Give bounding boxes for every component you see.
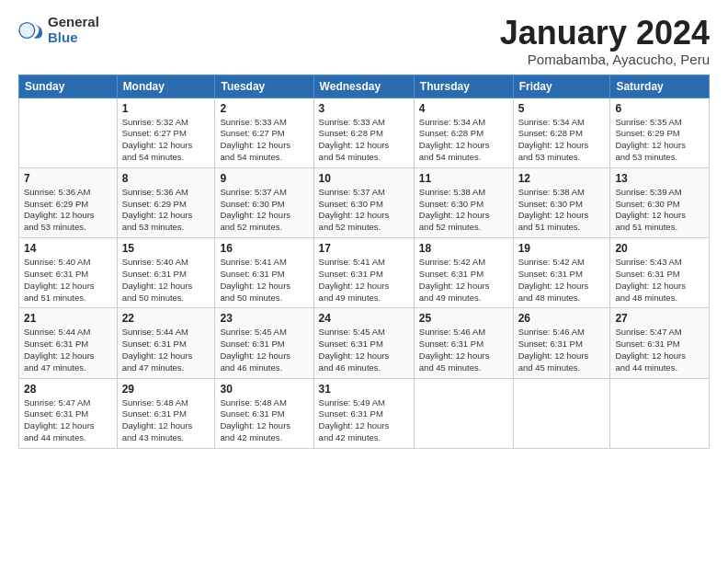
day-number: 26 [518, 312, 606, 325]
day-number: 1 [122, 102, 210, 115]
calendar-cell: 22Sunrise: 5:44 AM Sunset: 6:31 PM Dayli… [117, 308, 215, 378]
day-info: Sunrise: 5:41 AM Sunset: 6:31 PM Dayligh… [220, 257, 308, 304]
calendar-cell: 29Sunrise: 5:48 AM Sunset: 6:31 PM Dayli… [117, 378, 215, 448]
day-number: 2 [220, 102, 308, 115]
week-row-3: 14Sunrise: 5:40 AM Sunset: 6:31 PM Dayli… [19, 238, 710, 308]
day-info: Sunrise: 5:43 AM Sunset: 6:31 PM Dayligh… [615, 257, 704, 304]
calendar-cell: 1Sunrise: 5:32 AM Sunset: 6:27 PM Daylig… [117, 98, 215, 167]
calendar-cell: 9Sunrise: 5:37 AM Sunset: 6:30 PM Daylig… [215, 167, 313, 237]
day-info: Sunrise: 5:33 AM Sunset: 6:27 PM Dayligh… [220, 117, 308, 164]
page: General Blue January 2024 Pomabamba, Aya… [0, 0, 728, 458]
day-info: Sunrise: 5:41 AM Sunset: 6:31 PM Dayligh… [319, 257, 409, 304]
col-header-friday: Friday [513, 75, 610, 98]
day-info: Sunrise: 5:36 AM Sunset: 6:29 PM Dayligh… [122, 187, 210, 234]
calendar-cell [414, 378, 513, 448]
logo: General Blue [18, 15, 99, 45]
day-info: Sunrise: 5:42 AM Sunset: 6:31 PM Dayligh… [518, 257, 606, 304]
calendar-cell: 7Sunrise: 5:36 AM Sunset: 6:29 PM Daylig… [19, 167, 118, 237]
calendar-cell: 8Sunrise: 5:36 AM Sunset: 6:29 PM Daylig… [117, 167, 215, 237]
day-info: Sunrise: 5:46 AM Sunset: 6:31 PM Dayligh… [518, 327, 606, 373]
week-row-5: 28Sunrise: 5:47 AM Sunset: 6:31 PM Dayli… [19, 378, 710, 448]
day-number: 20 [615, 242, 704, 255]
logo-general-text: General [48, 15, 99, 30]
day-number: 16 [220, 242, 308, 255]
day-info: Sunrise: 5:32 AM Sunset: 6:27 PM Dayligh… [122, 117, 210, 164]
day-number: 4 [419, 102, 508, 115]
day-number: 27 [615, 312, 704, 325]
title-month: January 2024 [500, 15, 710, 52]
logo-text: General Blue [48, 15, 99, 45]
day-info: Sunrise: 5:44 AM Sunset: 6:31 PM Dayligh… [24, 327, 112, 373]
day-number: 31 [319, 383, 409, 396]
day-number: 21 [24, 312, 112, 325]
day-number: 11 [419, 172, 508, 185]
day-info: Sunrise: 5:40 AM Sunset: 6:31 PM Dayligh… [24, 257, 112, 304]
day-number: 9 [220, 172, 308, 185]
week-row-2: 7Sunrise: 5:36 AM Sunset: 6:29 PM Daylig… [19, 167, 710, 237]
col-header-monday: Monday [117, 75, 215, 98]
calendar-cell: 2Sunrise: 5:33 AM Sunset: 6:27 PM Daylig… [215, 98, 313, 167]
calendar-cell: 11Sunrise: 5:38 AM Sunset: 6:30 PM Dayli… [414, 167, 513, 237]
day-info: Sunrise: 5:37 AM Sunset: 6:30 PM Dayligh… [220, 187, 308, 234]
day-number: 22 [122, 312, 210, 325]
day-number: 30 [220, 383, 308, 396]
day-number: 15 [122, 242, 210, 255]
day-info: Sunrise: 5:35 AM Sunset: 6:29 PM Dayligh… [615, 117, 704, 164]
day-info: Sunrise: 5:47 AM Sunset: 6:31 PM Dayligh… [615, 327, 704, 373]
calendar-cell: 12Sunrise: 5:38 AM Sunset: 6:30 PM Dayli… [513, 167, 610, 237]
title-block: January 2024 Pomabamba, Ayacucho, Peru [500, 15, 710, 67]
day-info: Sunrise: 5:49 AM Sunset: 6:31 PM Dayligh… [319, 397, 409, 444]
logo-blue-text: Blue [48, 30, 99, 46]
day-number: 13 [615, 172, 704, 185]
col-header-saturday: Saturday [610, 75, 710, 98]
title-location: Pomabamba, Ayacucho, Peru [500, 52, 710, 67]
calendar-cell: 20Sunrise: 5:43 AM Sunset: 6:31 PM Dayli… [610, 238, 710, 308]
day-number: 10 [319, 172, 409, 185]
calendar-cell: 17Sunrise: 5:41 AM Sunset: 6:31 PM Dayli… [313, 238, 414, 308]
calendar-cell: 31Sunrise: 5:49 AM Sunset: 6:31 PM Dayli… [313, 378, 414, 448]
day-info: Sunrise: 5:45 AM Sunset: 6:31 PM Dayligh… [319, 327, 409, 373]
day-number: 29 [122, 383, 210, 396]
day-number: 28 [24, 383, 112, 396]
week-row-1: 1Sunrise: 5:32 AM Sunset: 6:27 PM Daylig… [19, 98, 710, 167]
day-info: Sunrise: 5:34 AM Sunset: 6:28 PM Dayligh… [518, 117, 606, 164]
calendar-cell: 23Sunrise: 5:45 AM Sunset: 6:31 PM Dayli… [215, 308, 313, 378]
svg-point-0 [19, 22, 35, 38]
day-info: Sunrise: 5:36 AM Sunset: 6:29 PM Dayligh… [24, 187, 112, 234]
calendar-cell: 26Sunrise: 5:46 AM Sunset: 6:31 PM Dayli… [513, 308, 610, 378]
day-info: Sunrise: 5:46 AM Sunset: 6:31 PM Dayligh… [419, 327, 508, 373]
calendar-table: SundayMondayTuesdayWednesdayThursdayFrid… [18, 75, 710, 449]
header-row: SundayMondayTuesdayWednesdayThursdayFrid… [19, 75, 710, 98]
calendar-cell: 3Sunrise: 5:33 AM Sunset: 6:28 PM Daylig… [313, 98, 414, 167]
day-info: Sunrise: 5:33 AM Sunset: 6:28 PM Dayligh… [319, 117, 409, 164]
calendar-cell: 15Sunrise: 5:40 AM Sunset: 6:31 PM Dayli… [117, 238, 215, 308]
logo-icon [18, 17, 44, 43]
calendar-cell: 18Sunrise: 5:42 AM Sunset: 6:31 PM Dayli… [414, 238, 513, 308]
day-number: 24 [319, 312, 409, 325]
day-info: Sunrise: 5:37 AM Sunset: 6:30 PM Dayligh… [319, 187, 409, 234]
calendar-cell: 25Sunrise: 5:46 AM Sunset: 6:31 PM Dayli… [414, 308, 513, 378]
day-info: Sunrise: 5:39 AM Sunset: 6:30 PM Dayligh… [615, 187, 704, 234]
day-number: 23 [220, 312, 308, 325]
day-number: 3 [319, 102, 409, 115]
day-number: 17 [319, 242, 409, 255]
col-header-tuesday: Tuesday [215, 75, 313, 98]
day-info: Sunrise: 5:40 AM Sunset: 6:31 PM Dayligh… [122, 257, 210, 304]
col-header-wednesday: Wednesday [313, 75, 414, 98]
day-info: Sunrise: 5:38 AM Sunset: 6:30 PM Dayligh… [518, 187, 606, 234]
calendar-cell: 10Sunrise: 5:37 AM Sunset: 6:30 PM Dayli… [313, 167, 414, 237]
calendar-cell [610, 378, 710, 448]
header: General Blue January 2024 Pomabamba, Aya… [18, 15, 710, 67]
calendar-cell [513, 378, 610, 448]
calendar-cell: 5Sunrise: 5:34 AM Sunset: 6:28 PM Daylig… [513, 98, 610, 167]
day-number: 12 [518, 172, 606, 185]
day-info: Sunrise: 5:48 AM Sunset: 6:31 PM Dayligh… [122, 397, 210, 444]
calendar-cell: 16Sunrise: 5:41 AM Sunset: 6:31 PM Dayli… [215, 238, 313, 308]
calendar-cell: 19Sunrise: 5:42 AM Sunset: 6:31 PM Dayli… [513, 238, 610, 308]
col-header-thursday: Thursday [414, 75, 513, 98]
calendar-cell: 21Sunrise: 5:44 AM Sunset: 6:31 PM Dayli… [19, 308, 118, 378]
day-number: 7 [24, 172, 112, 185]
day-number: 19 [518, 242, 606, 255]
calendar-cell: 28Sunrise: 5:47 AM Sunset: 6:31 PM Dayli… [19, 378, 118, 448]
calendar-cell: 14Sunrise: 5:40 AM Sunset: 6:31 PM Dayli… [19, 238, 118, 308]
